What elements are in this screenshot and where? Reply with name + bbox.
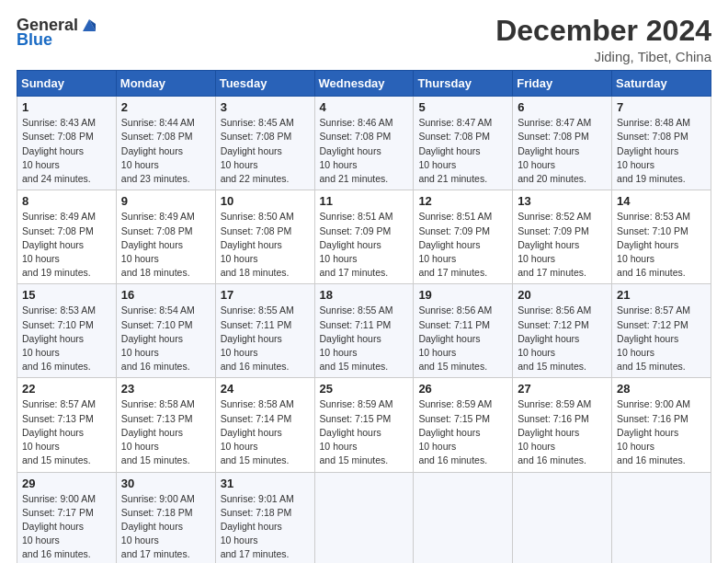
day-info: Sunrise: 8:59 AM Sunset: 7:15 PM Dayligh… bbox=[320, 397, 409, 467]
page-container: General Blue December 2024 Jiding, Tibet… bbox=[0, 0, 728, 563]
calendar-day-cell: 7 Sunrise: 8:48 AM Sunset: 7:08 PM Dayli… bbox=[612, 97, 711, 190]
day-number: 30 bbox=[121, 477, 210, 490]
day-info: Sunrise: 8:47 AM Sunset: 7:08 PM Dayligh… bbox=[518, 116, 607, 186]
day-info: Sunrise: 9:00 AM Sunset: 7:17 PM Dayligh… bbox=[22, 492, 111, 562]
calendar-day-cell: 2 Sunrise: 8:44 AM Sunset: 7:08 PM Dayli… bbox=[116, 97, 215, 190]
day-info: Sunrise: 8:51 AM Sunset: 7:09 PM Dayligh… bbox=[320, 210, 409, 280]
day-info: Sunrise: 9:00 AM Sunset: 7:16 PM Dayligh… bbox=[617, 397, 706, 467]
day-number: 7 bbox=[617, 100, 706, 114]
day-info: Sunrise: 8:58 AM Sunset: 7:14 PM Dayligh… bbox=[221, 397, 310, 467]
logo-blue: Blue bbox=[17, 31, 52, 48]
day-number: 22 bbox=[22, 382, 111, 396]
calendar-day-cell bbox=[513, 472, 612, 563]
day-number: 9 bbox=[121, 194, 210, 208]
calendar-week-row: 29 Sunrise: 9:00 AM Sunset: 7:17 PM Dayl… bbox=[17, 472, 711, 563]
logo-icon bbox=[79, 15, 99, 35]
month-year-title: December 2024 bbox=[495, 15, 711, 47]
day-number: 25 bbox=[320, 382, 409, 396]
header: General Blue December 2024 Jiding, Tibet… bbox=[17, 15, 711, 64]
day-info: Sunrise: 8:45 AM Sunset: 7:08 PM Dayligh… bbox=[221, 116, 310, 186]
day-number: 26 bbox=[418, 382, 507, 396]
day-number: 19 bbox=[418, 288, 507, 302]
day-info: Sunrise: 8:53 AM Sunset: 7:10 PM Dayligh… bbox=[617, 210, 706, 280]
calendar-day-cell: 15 Sunrise: 8:53 AM Sunset: 7:10 PM Dayl… bbox=[17, 284, 117, 378]
day-info: Sunrise: 9:00 AM Sunset: 7:18 PM Dayligh… bbox=[121, 492, 210, 562]
calendar-day-cell: 19 Sunrise: 8:56 AM Sunset: 7:11 PM Dayl… bbox=[414, 284, 513, 378]
day-info: Sunrise: 8:49 AM Sunset: 7:08 PM Dayligh… bbox=[22, 210, 111, 280]
calendar-week-row: 22 Sunrise: 8:57 AM Sunset: 7:13 PM Dayl… bbox=[17, 378, 711, 472]
day-number: 8 bbox=[22, 194, 111, 208]
calendar-day-cell: 5 Sunrise: 8:47 AM Sunset: 7:08 PM Dayli… bbox=[414, 97, 513, 190]
calendar-day-cell: 22 Sunrise: 8:57 AM Sunset: 7:13 PM Dayl… bbox=[17, 378, 117, 472]
calendar-day-cell: 24 Sunrise: 8:58 AM Sunset: 7:14 PM Dayl… bbox=[215, 378, 314, 472]
day-number: 14 bbox=[617, 194, 706, 208]
calendar-day-cell: 14 Sunrise: 8:53 AM Sunset: 7:10 PM Dayl… bbox=[612, 190, 711, 284]
calendar-table: SundayMondayTuesdayWednesdayThursdayFrid… bbox=[17, 70, 711, 563]
location-text: Jiding, Tibet, China bbox=[495, 49, 711, 64]
day-number: 2 bbox=[121, 100, 210, 114]
day-info: Sunrise: 9:01 AM Sunset: 7:18 PM Dayligh… bbox=[221, 492, 310, 562]
day-number: 6 bbox=[518, 100, 607, 114]
day-number: 17 bbox=[221, 288, 310, 302]
calendar-day-cell: 10 Sunrise: 8:50 AM Sunset: 7:08 PM Dayl… bbox=[215, 190, 314, 284]
calendar-week-row: 15 Sunrise: 8:53 AM Sunset: 7:10 PM Dayl… bbox=[17, 284, 711, 378]
day-of-week-header: Monday bbox=[116, 71, 215, 97]
calendar-day-cell: 13 Sunrise: 8:52 AM Sunset: 7:09 PM Dayl… bbox=[513, 190, 612, 284]
calendar-day-cell: 1 Sunrise: 8:43 AM Sunset: 7:08 PM Dayli… bbox=[17, 97, 117, 190]
day-info: Sunrise: 8:44 AM Sunset: 7:08 PM Dayligh… bbox=[121, 116, 210, 186]
day-number: 12 bbox=[418, 194, 507, 208]
day-info: Sunrise: 8:56 AM Sunset: 7:12 PM Dayligh… bbox=[518, 304, 607, 373]
day-info: Sunrise: 8:58 AM Sunset: 7:13 PM Dayligh… bbox=[121, 397, 210, 467]
day-of-week-header: Tuesday bbox=[215, 71, 314, 97]
day-info: Sunrise: 8:59 AM Sunset: 7:16 PM Dayligh… bbox=[518, 397, 607, 467]
day-info: Sunrise: 8:52 AM Sunset: 7:09 PM Dayligh… bbox=[518, 210, 607, 280]
day-info: Sunrise: 8:57 AM Sunset: 7:12 PM Dayligh… bbox=[617, 304, 706, 373]
day-number: 24 bbox=[221, 382, 310, 396]
calendar-day-cell: 21 Sunrise: 8:57 AM Sunset: 7:12 PM Dayl… bbox=[612, 284, 711, 378]
calendar-day-cell: 27 Sunrise: 8:59 AM Sunset: 7:16 PM Dayl… bbox=[513, 378, 612, 472]
calendar-day-cell: 12 Sunrise: 8:51 AM Sunset: 7:09 PM Dayl… bbox=[414, 190, 513, 284]
calendar-day-cell: 23 Sunrise: 8:58 AM Sunset: 7:13 PM Dayl… bbox=[116, 378, 215, 472]
calendar-day-cell: 8 Sunrise: 8:49 AM Sunset: 7:08 PM Dayli… bbox=[17, 190, 117, 284]
day-number: 5 bbox=[418, 100, 507, 114]
day-number: 1 bbox=[22, 100, 111, 114]
day-info: Sunrise: 8:48 AM Sunset: 7:08 PM Dayligh… bbox=[617, 116, 706, 186]
logo: General Blue bbox=[17, 15, 99, 48]
day-of-week-header: Wednesday bbox=[314, 71, 414, 97]
calendar-day-cell: 20 Sunrise: 8:56 AM Sunset: 7:12 PM Dayl… bbox=[513, 284, 612, 378]
calendar-day-cell bbox=[414, 472, 513, 563]
day-number: 4 bbox=[320, 100, 409, 114]
day-info: Sunrise: 8:55 AM Sunset: 7:11 PM Dayligh… bbox=[221, 304, 310, 373]
day-number: 29 bbox=[22, 477, 111, 490]
day-number: 13 bbox=[518, 194, 607, 208]
day-info: Sunrise: 8:43 AM Sunset: 7:08 PM Dayligh… bbox=[22, 116, 111, 186]
day-number: 18 bbox=[320, 288, 409, 302]
day-number: 11 bbox=[320, 194, 409, 208]
calendar-day-cell: 6 Sunrise: 8:47 AM Sunset: 7:08 PM Dayli… bbox=[513, 97, 612, 190]
day-info: Sunrise: 8:53 AM Sunset: 7:10 PM Dayligh… bbox=[22, 304, 111, 373]
calendar-day-cell: 31 Sunrise: 9:01 AM Sunset: 7:18 PM Dayl… bbox=[215, 472, 314, 563]
calendar-day-cell: 30 Sunrise: 9:00 AM Sunset: 7:18 PM Dayl… bbox=[116, 472, 215, 563]
day-number: 28 bbox=[617, 382, 706, 396]
calendar-day-cell: 29 Sunrise: 9:00 AM Sunset: 7:17 PM Dayl… bbox=[17, 472, 117, 563]
day-of-week-header: Saturday bbox=[612, 71, 711, 97]
calendar-day-cell: 4 Sunrise: 8:46 AM Sunset: 7:08 PM Dayli… bbox=[314, 97, 414, 190]
calendar-week-row: 1 Sunrise: 8:43 AM Sunset: 7:08 PM Dayli… bbox=[17, 97, 711, 190]
calendar-day-cell: 26 Sunrise: 8:59 AM Sunset: 7:15 PM Dayl… bbox=[414, 378, 513, 472]
calendar-day-cell: 18 Sunrise: 8:55 AM Sunset: 7:11 PM Dayl… bbox=[314, 284, 414, 378]
calendar-day-cell bbox=[612, 472, 711, 563]
day-number: 15 bbox=[22, 288, 111, 302]
day-number: 3 bbox=[221, 100, 310, 114]
day-info: Sunrise: 8:57 AM Sunset: 7:13 PM Dayligh… bbox=[22, 397, 111, 467]
day-number: 27 bbox=[518, 382, 607, 396]
day-number: 10 bbox=[221, 194, 310, 208]
day-info: Sunrise: 8:49 AM Sunset: 7:08 PM Dayligh… bbox=[121, 210, 210, 280]
day-of-week-header: Thursday bbox=[414, 71, 513, 97]
day-number: 16 bbox=[121, 288, 210, 302]
calendar-week-row: 8 Sunrise: 8:49 AM Sunset: 7:08 PM Dayli… bbox=[17, 190, 711, 284]
day-number: 21 bbox=[617, 288, 706, 302]
calendar-day-cell: 16 Sunrise: 8:54 AM Sunset: 7:10 PM Dayl… bbox=[116, 284, 215, 378]
day-info: Sunrise: 8:51 AM Sunset: 7:09 PM Dayligh… bbox=[418, 210, 507, 280]
calendar-day-cell: 9 Sunrise: 8:49 AM Sunset: 7:08 PM Dayli… bbox=[116, 190, 215, 284]
calendar-day-cell bbox=[314, 472, 414, 563]
